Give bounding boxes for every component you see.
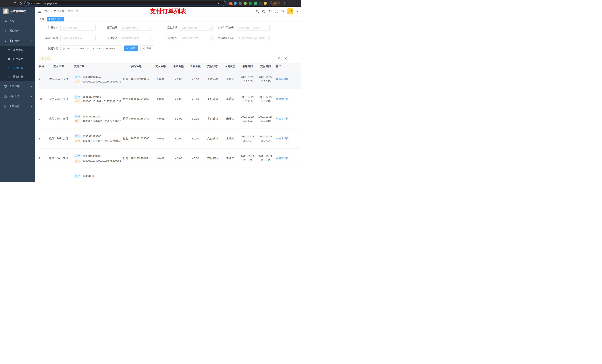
back-icon[interactable]: ← <box>2 2 6 5</box>
cell-status: 支付成功 <box>203 69 222 89</box>
tag-views-bar: 首页 支付订单 ✕ <box>35 16 301 22</box>
merchant-order-no-input[interactable] <box>236 25 269 31</box>
sidebar-item-dev-tools[interactable]: 研发工具 <box>0 91 35 101</box>
cell-channel: 微信 JSAPI 支付 <box>45 89 72 109</box>
chevron-down-icon <box>30 85 32 87</box>
filter-label: 渠道订单号 <box>39 36 60 40</box>
sidebar-item-workflow[interactable]: 工作流程 <box>0 101 35 111</box>
sidebar-item-system-mgmt[interactable]: 系统管理 <box>0 26 35 36</box>
github-icon[interactable] <box>262 10 266 13</box>
view-detail-link[interactable]: 查看详情 <box>276 157 288 160</box>
reset-button[interactable]: 重置 <box>140 45 154 52</box>
sidebar-item-payment-mgmt[interactable]: ¥ 支付管理 <box>0 36 35 46</box>
merchant-select-input[interactable] <box>60 25 96 31</box>
cell-created-time <box>238 168 257 182</box>
view-detail-link[interactable]: 查看详情 <box>276 117 288 120</box>
export-button[interactable]: 导出 <box>39 56 51 61</box>
extension-icon[interactable] <box>254 2 257 5</box>
toggle-search-icon[interactable] <box>277 56 282 61</box>
cell-fee: ¥ 0.00 <box>170 129 187 148</box>
breadcrumb-separator: / <box>66 10 66 13</box>
pay-tag: 支付 <box>74 100 81 103</box>
callback-status-select[interactable] <box>236 35 269 41</box>
forward-icon[interactable]: → <box>8 2 11 5</box>
merchant-tag: 商户 <box>74 135 81 138</box>
sidebar-item-merchant-info[interactable]: 商户信息 <box>0 46 35 55</box>
table-row: 8 微信 JSAPI 支付 商户 1635311823086 支付 420000… <box>39 129 301 148</box>
avatar[interactable] <box>287 8 293 14</box>
extension-icon[interactable] <box>239 2 242 5</box>
view-detail-link[interactable]: 查看详情 <box>276 77 288 81</box>
cell-status: 支付成功 <box>203 109 222 129</box>
cell-notify: 未通知 <box>222 89 238 109</box>
filter-row-3: 创建时间 2021-10-01 00:00:00 - 2021-10-31 23… <box>39 45 301 52</box>
sidebar-item-home[interactable]: 首页 <box>0 16 35 26</box>
fullscreen-icon[interactable] <box>275 10 278 13</box>
url-text: localhost:1024/pay/order <box>31 2 215 5</box>
cell-created-time: 2021-10-27 13:22:05 <box>238 69 257 89</box>
url-bar[interactable]: i localhost:1024/pay/order ☆ <box>24 1 226 6</box>
view-detail-link[interactable]: 查看详情 <box>276 97 288 101</box>
table-row: 商户 16353118 支付 查看详情 <box>39 168 301 182</box>
tab-pay-order[interactable]: 支付订单 ✕ <box>47 17 64 21</box>
search-button[interactable]: 搜索 <box>124 45 138 52</box>
browser-update-button[interactable]: 更新 <box>270 1 280 6</box>
sidebar-item-infrastructure[interactable]: 基础设施 <box>0 81 35 91</box>
date-separator: - <box>90 47 91 50</box>
pay-status-select[interactable] <box>119 35 153 41</box>
font-size-icon[interactable]: TT <box>281 10 284 13</box>
merchant-tag: 商户 <box>74 75 81 79</box>
cell-title: 标题：1635311949168 <box>121 89 152 109</box>
sidebar-item-label: 退款订单 <box>13 75 23 79</box>
browser-menu-icon[interactable]: ⋮ <box>283 2 286 5</box>
toolbar-mini-buttons <box>277 56 289 61</box>
sidebar-item-label: 商户信息 <box>13 49 23 52</box>
cell-title: 标题：1635312124656 <box>121 69 152 89</box>
channel-code-select[interactable] <box>179 25 213 31</box>
cell-refund: ¥ 0.00 <box>187 69 203 89</box>
extension-icon[interactable]: 10 <box>229 2 232 5</box>
cell-pay-order: 商户 1635311881440 支付 42000011732021102728… <box>72 109 121 129</box>
clock-icon <box>62 47 65 50</box>
cell-pay-order: 商户 16353118 支付 <box>72 168 121 182</box>
refund-status-select[interactable] <box>179 35 213 41</box>
extension-icon[interactable] <box>234 2 237 5</box>
cell-channel: 微信 JSAPI 支付 <box>45 109 72 129</box>
breadcrumb: 首页 / 支付管理 / 支付订单 <box>44 10 78 13</box>
sidebar-item-refund-order[interactable]: 退款订单 <box>0 73 35 81</box>
close-tab-icon[interactable]: ✕ <box>61 18 62 20</box>
sidebar-logo[interactable]: 芋道管理系统 <box>0 7 35 16</box>
sidebar-item-pay-order[interactable]: 支付订单 <box>0 64 35 73</box>
refresh-icon[interactable] <box>284 56 289 61</box>
breadcrumb-home[interactable]: 首页 <box>44 10 50 13</box>
share-icon[interactable] <box>216 2 219 5</box>
app-id-select[interactable] <box>119 25 153 31</box>
extension-icon[interactable] <box>259 2 262 5</box>
extension-icon[interactable] <box>264 2 267 5</box>
col-id: 编号 <box>39 63 45 69</box>
help-icon[interactable]: ? <box>269 10 272 13</box>
create-time-range-picker[interactable]: 2021-10-01 00:00:00 - 2021-10-31 23:59:5… <box>60 45 121 52</box>
avatar-caret-icon[interactable]: ▼ <box>297 10 298 12</box>
col-amount: 支付金额 <box>152 63 170 69</box>
extension-icon[interactable] <box>244 2 247 5</box>
cell-created-time: 2021-10-27 13:19:09 <box>238 89 257 109</box>
breadcrumb-payment-mgmt[interactable]: 支付管理 <box>54 10 64 13</box>
search-icon[interactable] <box>256 10 259 13</box>
breadcrumb-current: 支付订单 <box>68 10 78 13</box>
col-status: 支付状态 <box>203 63 222 69</box>
pay-tag: 支付 <box>74 139 81 143</box>
sidebar-item-app-info[interactable]: 应用信息 <box>0 55 35 64</box>
sidebar-toggle-icon[interactable] <box>38 10 42 13</box>
site-info-icon[interactable]: i <box>27 2 30 5</box>
bookmark-star-icon[interactable]: ☆ <box>220 2 223 5</box>
table-header-row: 编号 支付渠道 支付订单 商品标题 支付金额 手续金额 退款金额 支付状态 回调… <box>39 63 301 69</box>
view-detail-link[interactable]: 查看详情 <box>276 137 288 140</box>
tab-home[interactable]: 首页 <box>38 17 46 21</box>
date-end: 2021-10-31 23:59:59 <box>93 47 115 50</box>
home-icon[interactable] <box>19 2 22 5</box>
filter-label: 应用编号 <box>96 26 119 29</box>
reload-icon[interactable] <box>13 2 17 5</box>
channel-order-no-input[interactable] <box>60 35 96 41</box>
extension-icon[interactable]: ✓ <box>249 2 252 5</box>
